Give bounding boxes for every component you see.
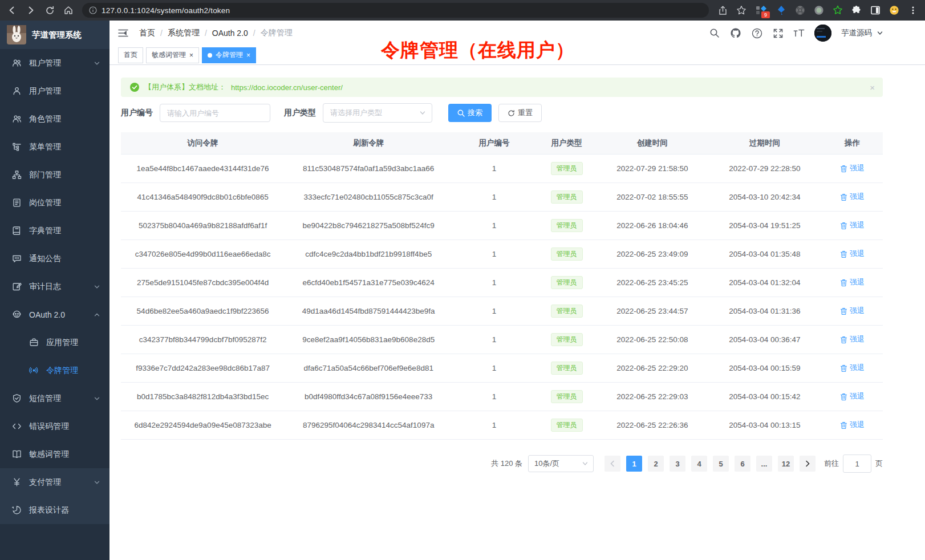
user-name[interactable]: 芋道源码: [841, 28, 872, 38]
collapse-menu-icon[interactable]: [117, 27, 130, 39]
sidebar-item-notice[interactable]: 通知公告: [0, 245, 109, 273]
reload-icon[interactable]: [44, 5, 55, 15]
force-logout-button[interactable]: 强退: [840, 334, 865, 344]
tab-group-extension-icon[interactable]: 9: [755, 5, 768, 16]
force-logout-button[interactable]: 强退: [840, 249, 865, 259]
expires-cell: 2054-03-04 19:51:25: [708, 212, 822, 240]
sidebar-item-dict[interactable]: 字典管理: [0, 217, 109, 245]
force-logout-button[interactable]: 强退: [840, 277, 865, 287]
page-button[interactable]: 2: [648, 456, 664, 472]
breadcrumb-system[interactable]: 系统管理: [168, 28, 200, 38]
command-extension-icon[interactable]: [795, 5, 805, 15]
sidebar-item-report[interactable]: 报表设计器: [0, 496, 109, 524]
record-extension-icon[interactable]: [814, 5, 824, 15]
avatar[interactable]: [814, 25, 831, 42]
next-page-button[interactable]: [800, 456, 816, 472]
split-screen-icon[interactable]: [870, 5, 881, 15]
tag-view-tab[interactable]: 首页: [118, 47, 143, 63]
page-button[interactable]: 1: [626, 456, 642, 472]
force-logout-button[interactable]: 强退: [840, 420, 865, 430]
prev-page-button[interactable]: [605, 456, 620, 472]
doc-link[interactable]: https://doc.iocoder.cn/user-center/: [231, 83, 343, 92]
site-info-icon[interactable]: [89, 6, 97, 14]
sidebar-item-oauth[interactable]: OAuth 2.0: [0, 301, 109, 328]
sidebar-item-label: 通知公告: [29, 254, 100, 264]
access-token-cell: 54d6be82ee5a460a9aedc1f9bf223656: [121, 297, 285, 326]
sidebar-item-errcode[interactable]: 错误码管理: [0, 412, 109, 440]
page-button[interactable]: 6: [735, 456, 750, 472]
fullscreen-icon[interactable]: [772, 27, 784, 39]
home-icon[interactable]: [63, 5, 74, 15]
force-logout-button[interactable]: 强退: [840, 220, 865, 230]
extensions-puzzle-icon[interactable]: [851, 5, 862, 15]
page-button[interactable]: 4: [691, 456, 707, 472]
force-logout-button[interactable]: 强退: [840, 192, 865, 202]
app-logo-row[interactable]: 芋道管理系统: [0, 21, 109, 49]
tab-close-icon[interactable]: ×: [189, 52, 193, 59]
sidebar-item-sms[interactable]: 短信管理: [0, 384, 109, 412]
page-button[interactable]: 12: [778, 456, 794, 472]
help-icon[interactable]: [751, 27, 762, 39]
sidebar-item-label: 错误码管理: [29, 421, 100, 432]
green-star-extension-icon[interactable]: [833, 5, 843, 15]
github-icon[interactable]: [730, 27, 741, 39]
select-chevron-icon: [582, 460, 589, 467]
pager-ellipsis[interactable]: ...: [756, 456, 772, 472]
goto-page-input[interactable]: [843, 455, 871, 473]
sidebar-item-label: 报表设计器: [29, 505, 100, 516]
user-type-select[interactable]: 请选择用户类型: [323, 103, 432, 123]
search-button[interactable]: 搜索: [448, 104, 492, 122]
kite-extension-icon[interactable]: [776, 5, 786, 15]
col-actions: 操作: [822, 132, 883, 155]
user-id-input[interactable]: [160, 104, 270, 122]
sidebar-item-token[interactable]: 令牌管理: [0, 356, 109, 384]
reset-button[interactable]: 重置: [498, 104, 542, 122]
refresh-token-cell: dfa6c71a50a54c66bef706ef9e6e8d81: [285, 354, 452, 383]
search-icon[interactable]: [709, 27, 720, 39]
page-button[interactable]: 5: [713, 456, 729, 472]
bookmark-star-icon[interactable]: [736, 5, 747, 15]
sidebar-item-post[interactable]: 岗位管理: [0, 189, 109, 217]
tab-close-icon[interactable]: ×: [246, 52, 250, 59]
tag-view-tab[interactable]: 敏感词管理×: [146, 47, 199, 63]
sidebar-item-role[interactable]: 角色管理: [0, 105, 109, 133]
sidebar-item-dept[interactable]: 部门管理: [0, 161, 109, 189]
share-icon[interactable]: [717, 5, 728, 15]
breadcrumb-home[interactable]: 首页: [139, 28, 155, 38]
address-bar[interactable]: 127.0.0.1:1024/system/oauth2/token: [82, 3, 709, 18]
back-icon[interactable]: [7, 5, 17, 15]
sidebar-item-tenant[interactable]: 租户管理: [0, 49, 109, 77]
force-logout-button[interactable]: 强退: [840, 306, 865, 316]
refresh-token-cell: 49d1aa46d1454fbd87591444423be9fa: [285, 297, 452, 326]
created-cell: 2022-06-25 22:50:08: [597, 326, 708, 354]
force-logout-button[interactable]: 强退: [840, 163, 865, 173]
user-type-badge: 管理员: [551, 333, 583, 347]
access-token-cell: 41c41346a548490f9dc8b01c6bfe0865: [121, 183, 285, 212]
alert-close-icon[interactable]: ×: [870, 83, 875, 92]
font-size-icon[interactable]: [793, 27, 805, 39]
page-button[interactable]: 3: [670, 456, 685, 472]
user-id-cell: 1: [452, 411, 536, 440]
user-menu-caret-icon[interactable]: [877, 30, 883, 36]
expires-cell: 2054-03-10 20:42:34: [708, 183, 822, 212]
sidebar-item-pay[interactable]: 支付管理: [0, 468, 109, 496]
sidebar-item-user[interactable]: 用户管理: [0, 77, 109, 105]
token-icon: [29, 366, 39, 375]
breadcrumb-oauth[interactable]: OAuth 2.0: [212, 29, 248, 38]
tag-view-tab[interactable]: 令牌管理×: [202, 47, 256, 63]
sidebar-item-audit[interactable]: 审计日志: [0, 273, 109, 301]
sidebar-item-sensitive[interactable]: 敏感词管理: [0, 440, 109, 468]
forward-icon[interactable]: [26, 5, 36, 15]
force-logout-button[interactable]: 强退: [840, 363, 865, 373]
sidebar-item-app[interactable]: 应用管理: [0, 328, 109, 356]
page-size-select[interactable]: 10条/页: [528, 455, 594, 472]
col-user-id: 用户编号: [452, 132, 536, 155]
created-cell: 2022-06-25 22:29:03: [597, 383, 708, 411]
user-id-cell: 1: [452, 326, 536, 354]
emoji-extension-icon[interactable]: [889, 5, 899, 15]
browser-menu-icon[interactable]: [908, 5, 918, 15]
sidebar-item-menu-tree[interactable]: 菜单管理: [0, 133, 109, 161]
force-logout-button[interactable]: 强退: [840, 391, 865, 401]
col-created: 创建时间: [597, 132, 708, 155]
created-cell: 2022-07-02 18:55:55: [597, 183, 708, 212]
